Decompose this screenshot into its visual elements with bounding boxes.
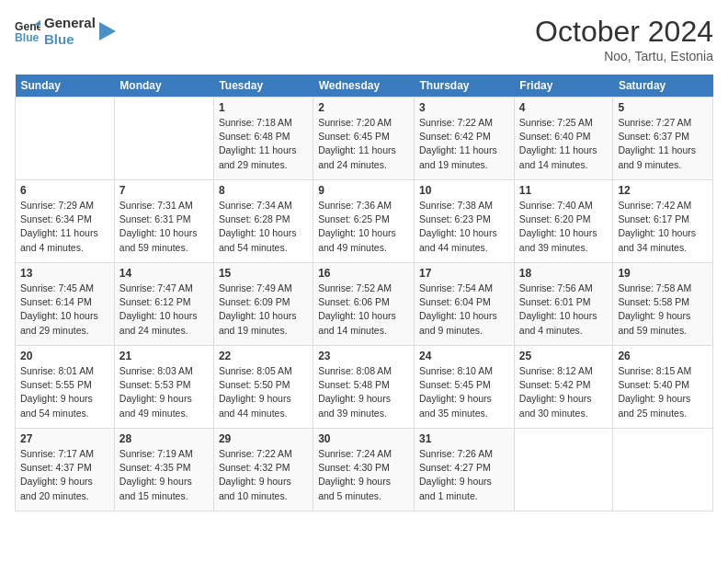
calendar-cell: 2Sunrise: 7:20 AMSunset: 6:45 PMDaylight… [313, 98, 415, 180]
calendar-cell: 11Sunrise: 7:40 AMSunset: 6:20 PMDayligh… [514, 180, 613, 263]
day-number: 21 [119, 350, 209, 362]
calendar-cell: 4Sunrise: 7:25 AMSunset: 6:40 PMDaylight… [514, 98, 613, 180]
day-info: Sunrise: 7:58 AMSunset: 5:58 PMDaylight:… [618, 282, 708, 338]
svg-marker-3 [99, 22, 116, 40]
day-number: 29 [219, 432, 308, 445]
calendar-body: 1Sunrise: 7:18 AMSunset: 6:48 PMDaylight… [16, 98, 713, 511]
day-number: 6 [20, 184, 109, 197]
calendar-cell: 13Sunrise: 7:45 AMSunset: 6:14 PMDayligh… [16, 263, 115, 346]
day-info: Sunrise: 7:34 AMSunset: 6:28 PMDaylight:… [219, 199, 308, 255]
day-number: 5 [618, 101, 708, 114]
day-info: Sunrise: 7:26 AMSunset: 4:27 PMDaylight:… [419, 447, 509, 503]
logo-icon: General Blue [15, 18, 40, 44]
weekday-header: Sunday [16, 75, 115, 98]
calendar-cell: 1Sunrise: 7:18 AMSunset: 6:48 PMDaylight… [213, 98, 313, 180]
day-info: Sunrise: 7:27 AMSunset: 6:37 PMDaylight:… [618, 116, 708, 172]
calendar-cell: 28Sunrise: 7:19 AMSunset: 4:35 PMDayligh… [114, 429, 213, 511]
day-info: Sunrise: 8:01 AMSunset: 5:55 PMDaylight:… [20, 364, 109, 420]
calendar-cell [514, 429, 613, 511]
day-number: 19 [618, 267, 708, 280]
calendar-cell: 23Sunrise: 8:08 AMSunset: 5:48 PMDayligh… [313, 346, 415, 429]
calendar-cell: 20Sunrise: 8:01 AMSunset: 5:55 PMDayligh… [16, 346, 115, 429]
calendar-cell: 12Sunrise: 7:42 AMSunset: 6:17 PMDayligh… [613, 180, 713, 263]
day-number: 12 [618, 184, 708, 197]
calendar-cell: 14Sunrise: 7:47 AMSunset: 6:12 PMDayligh… [114, 263, 213, 346]
calendar-cell: 19Sunrise: 7:58 AMSunset: 5:58 PMDayligh… [613, 263, 713, 346]
calendar-cell [16, 98, 115, 180]
day-number: 8 [219, 184, 308, 197]
day-number: 20 [20, 350, 109, 362]
logo-blue: Blue [44, 31, 96, 48]
day-info: Sunrise: 8:12 AMSunset: 5:42 PMDaylight:… [519, 364, 609, 420]
page-header: General Blue General Blue October 2024 N… [15, 15, 713, 63]
day-number: 3 [419, 101, 509, 114]
calendar-week-row: 6Sunrise: 7:29 AMSunset: 6:34 PMDaylight… [16, 180, 713, 263]
calendar-cell: 7Sunrise: 7:31 AMSunset: 6:31 PMDaylight… [114, 180, 213, 263]
day-number: 9 [318, 184, 409, 197]
calendar-table: SundayMondayTuesdayWednesdayThursdayFrid… [15, 75, 713, 511]
day-info: Sunrise: 7:31 AMSunset: 6:31 PMDaylight:… [119, 199, 209, 255]
calendar-cell: 3Sunrise: 7:22 AMSunset: 6:42 PMDaylight… [415, 98, 515, 180]
day-number: 18 [519, 267, 609, 280]
day-info: Sunrise: 7:36 AMSunset: 6:25 PMDaylight:… [318, 199, 409, 255]
day-info: Sunrise: 7:49 AMSunset: 6:09 PMDaylight:… [219, 282, 308, 338]
day-info: Sunrise: 7:18 AMSunset: 6:48 PMDaylight:… [219, 116, 308, 172]
day-number: 16 [318, 267, 409, 280]
day-info: Sunrise: 7:54 AMSunset: 6:04 PMDaylight:… [419, 282, 509, 338]
calendar-cell: 21Sunrise: 8:03 AMSunset: 5:53 PMDayligh… [114, 346, 213, 429]
title-block: October 2024 Noo, Tartu, Estonia [535, 15, 713, 63]
day-info: Sunrise: 7:22 AMSunset: 6:42 PMDaylight:… [419, 116, 509, 172]
calendar-cell: 15Sunrise: 7:49 AMSunset: 6:09 PMDayligh… [213, 263, 313, 346]
day-number: 28 [119, 432, 209, 445]
day-number: 11 [519, 184, 609, 197]
day-number: 24 [419, 350, 509, 362]
day-number: 15 [219, 267, 308, 280]
day-number: 31 [419, 432, 509, 445]
day-number: 13 [20, 267, 109, 280]
day-info: Sunrise: 8:15 AMSunset: 5:40 PMDaylight:… [618, 364, 708, 420]
day-number: 23 [318, 350, 409, 362]
day-info: Sunrise: 8:03 AMSunset: 5:53 PMDaylight:… [119, 364, 209, 420]
day-info: Sunrise: 7:25 AMSunset: 6:40 PMDaylight:… [519, 116, 609, 172]
day-info: Sunrise: 7:17 AMSunset: 4:37 PMDaylight:… [20, 447, 109, 503]
day-number: 25 [519, 350, 609, 362]
day-info: Sunrise: 7:29 AMSunset: 6:34 PMDaylight:… [20, 199, 109, 255]
month-title: October 2024 [535, 15, 713, 49]
logo-general: General [44, 15, 96, 31]
day-info: Sunrise: 7:19 AMSunset: 4:35 PMDaylight:… [119, 447, 209, 503]
calendar-cell: 22Sunrise: 8:05 AMSunset: 5:50 PMDayligh… [213, 346, 313, 429]
day-info: Sunrise: 7:42 AMSunset: 6:17 PMDaylight:… [618, 199, 708, 255]
calendar-cell: 10Sunrise: 7:38 AMSunset: 6:23 PMDayligh… [415, 180, 515, 263]
day-number: 7 [119, 184, 209, 197]
calendar-cell: 31Sunrise: 7:26 AMSunset: 4:27 PMDayligh… [415, 429, 515, 511]
calendar-week-row: 1Sunrise: 7:18 AMSunset: 6:48 PMDaylight… [16, 98, 713, 180]
day-info: Sunrise: 7:38 AMSunset: 6:23 PMDaylight:… [419, 199, 509, 255]
day-info: Sunrise: 8:05 AMSunset: 5:50 PMDaylight:… [219, 364, 308, 420]
day-number: 17 [419, 267, 509, 280]
calendar-cell: 27Sunrise: 7:17 AMSunset: 4:37 PMDayligh… [16, 429, 115, 511]
day-number: 22 [219, 350, 308, 362]
day-info: Sunrise: 7:56 AMSunset: 6:01 PMDaylight:… [519, 282, 609, 338]
day-number: 26 [618, 350, 708, 362]
calendar-cell [613, 429, 713, 511]
day-info: Sunrise: 7:20 AMSunset: 6:45 PMDaylight:… [318, 116, 409, 172]
calendar-cell: 26Sunrise: 8:15 AMSunset: 5:40 PMDayligh… [613, 346, 713, 429]
day-info: Sunrise: 8:10 AMSunset: 5:45 PMDaylight:… [419, 364, 509, 420]
day-info: Sunrise: 7:52 AMSunset: 6:06 PMDaylight:… [318, 282, 409, 338]
day-info: Sunrise: 7:45 AMSunset: 6:14 PMDaylight:… [20, 282, 109, 338]
calendar-cell: 29Sunrise: 7:22 AMSunset: 4:32 PMDayligh… [213, 429, 313, 511]
calendar-cell: 5Sunrise: 7:27 AMSunset: 6:37 PMDaylight… [613, 98, 713, 180]
calendar-cell: 18Sunrise: 7:56 AMSunset: 6:01 PMDayligh… [514, 263, 613, 346]
calendar-cell: 24Sunrise: 8:10 AMSunset: 5:45 PMDayligh… [415, 346, 515, 429]
weekday-header: Friday [514, 75, 613, 98]
calendar-week-row: 20Sunrise: 8:01 AMSunset: 5:55 PMDayligh… [16, 346, 713, 429]
weekday-header: Thursday [415, 75, 515, 98]
day-number: 2 [318, 101, 409, 114]
calendar-header-row: SundayMondayTuesdayWednesdayThursdayFrid… [16, 75, 713, 98]
calendar-cell: 9Sunrise: 7:36 AMSunset: 6:25 PMDaylight… [313, 180, 415, 263]
svg-text:Blue: Blue [15, 31, 40, 44]
day-number: 4 [519, 101, 609, 114]
day-number: 10 [419, 184, 509, 197]
calendar-cell: 8Sunrise: 7:34 AMSunset: 6:28 PMDaylight… [213, 180, 313, 263]
weekday-header: Wednesday [313, 75, 415, 98]
